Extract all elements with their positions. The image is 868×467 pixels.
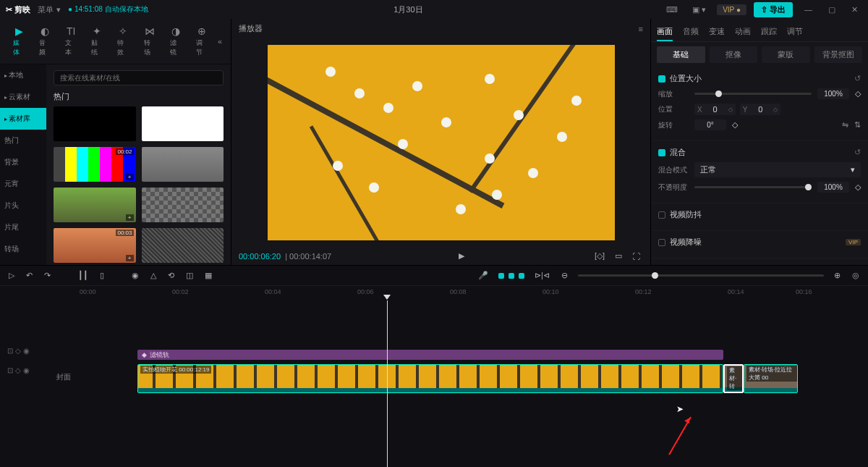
sidebar-item-hot[interactable]: 热门: [0, 130, 46, 151]
redo-icon[interactable]: ↷: [43, 269, 52, 282]
tab-transition[interactable]: ⋈转场: [137, 22, 163, 60]
resolution-icon[interactable]: ▭: [612, 251, 625, 261]
maximize-button[interactable]: ▢: [824, 5, 840, 14]
video-clip-main[interactable]: 实拍植物开花 00:00:12:19: [137, 364, 723, 393]
filter-track-head[interactable]: ⊡ ◇ ◉: [0, 347, 55, 355]
export-button[interactable]: ⇧ 导出: [754, 2, 793, 17]
filter-clip[interactable]: ◆ 滤镜轨: [137, 350, 723, 360]
play-button[interactable]: ▶: [456, 251, 467, 261]
media-thumb[interactable]: [142, 188, 224, 222]
undo-icon[interactable]: ↶: [25, 269, 34, 282]
video-track-head[interactable]: ⊡ ◇ ◉: [0, 366, 55, 374]
cover-label[interactable]: 封面: [56, 372, 71, 382]
zoom-out-icon[interactable]: ⊖: [560, 269, 569, 282]
sidebar-item-cloud[interactable]: 云素材: [0, 86, 46, 108]
tab-media[interactable]: ▶媒体: [6, 22, 32, 60]
delete-icon[interactable]: ▯: [98, 269, 106, 282]
layout-icon[interactable]: ▣ ▾: [689, 4, 710, 16]
blend-checkbox[interactable]: [658, 149, 665, 156]
crop-icon[interactable]: ◫: [184, 269, 195, 282]
opacity-slider[interactable]: [694, 186, 812, 188]
sidebar-item-outro[interactable]: 片尾: [0, 216, 46, 238]
blend-mode-select[interactable]: 正常▾: [694, 162, 861, 177]
speed-icon[interactable]: ◉: [130, 269, 140, 282]
menu-dropdown[interactable]: 菜单▾: [38, 4, 61, 15]
tab-filter[interactable]: ◑滤镜: [163, 22, 189, 60]
opacity-value[interactable]: 100%: [817, 182, 849, 193]
close-button[interactable]: ✕: [847, 5, 862, 14]
media-thumb[interactable]: [142, 147, 224, 182]
sidebar-item-trans[interactable]: 转场: [0, 238, 46, 260]
pos-y-input[interactable]: Y0◇: [740, 104, 781, 115]
sidebar-item-library[interactable]: 素材库: [0, 108, 46, 130]
scale-value[interactable]: 100%: [817, 88, 849, 99]
stepper-icon[interactable]: ◇: [855, 182, 861, 192]
toggle-3[interactable]: [519, 273, 524, 279]
sidebar-item-lantern[interactable]: 元宵: [0, 173, 46, 195]
collapse-icon[interactable]: «: [215, 34, 225, 49]
denoise-checkbox[interactable]: [658, 239, 665, 246]
pos-x-input[interactable]: X0◇: [694, 104, 736, 115]
subtab-basic[interactable]: 基础: [657, 46, 705, 63]
select-tool-icon[interactable]: ▷: [7, 269, 16, 282]
tab-effect[interactable]: ✧特效: [110, 22, 136, 60]
fit-icon[interactable]: ◎: [851, 269, 861, 282]
sidebar-item-local[interactable]: 本地: [0, 64, 46, 86]
split-icon[interactable]: ┃┃: [77, 269, 90, 282]
preview-menu-icon[interactable]: ≡: [639, 25, 643, 33]
insp-tab-speed[interactable]: 变速: [709, 23, 725, 41]
media-thumb[interactable]: +: [54, 188, 136, 222]
media-thumb[interactable]: [142, 228, 224, 263]
reset-icon[interactable]: ↺: [854, 148, 861, 157]
zoom-slider[interactable]: [578, 274, 824, 277]
rotate-icon[interactable]: ⟲: [166, 269, 176, 282]
shortcut-icon[interactable]: ⌨: [663, 4, 681, 16]
freeze-icon[interactable]: ▦: [203, 269, 213, 282]
tab-sticker[interactable]: ✦贴纸: [84, 22, 110, 60]
pos-size-checkbox[interactable]: [658, 75, 665, 83]
scale-slider[interactable]: [694, 93, 812, 95]
toggle-1[interactable]: [498, 273, 504, 279]
media-thumb[interactable]: [54, 106, 136, 141]
project-title[interactable]: 1月30日: [154, 4, 663, 15]
toggle-2[interactable]: [509, 273, 514, 279]
minimize-button[interactable]: —: [800, 5, 817, 14]
mask-icon[interactable]: △: [149, 269, 158, 282]
zoom-in-icon[interactable]: ⊕: [833, 269, 842, 282]
insp-tab-audio[interactable]: 音频: [683, 23, 699, 41]
timeline-ruler[interactable]: 00:00 00:02 00:04 00:06 00:08 00:10 00:1…: [0, 286, 868, 300]
tab-text[interactable]: TI文本: [58, 22, 84, 60]
fullscreen-icon[interactable]: ⛶: [629, 252, 643, 261]
mic-icon[interactable]: 🎤: [477, 269, 490, 282]
search-input[interactable]: [54, 70, 224, 85]
tab-audio[interactable]: ◐音频: [32, 22, 58, 60]
magnet-icon[interactable]: ⊳|⊲: [533, 269, 551, 282]
reset-icon[interactable]: ↺: [854, 74, 861, 83]
playhead[interactable]: [387, 300, 388, 467]
sidebar-item-intro[interactable]: 片头: [0, 195, 46, 216]
ratio-icon[interactable]: [◇]: [592, 251, 608, 261]
stepper-icon[interactable]: ◇: [732, 120, 738, 130]
video-clip-3[interactable]: 素材·转场·拉近拉大简 00: [744, 364, 798, 393]
rotation-value[interactable]: 0°: [694, 119, 726, 130]
flip-v-icon[interactable]: ⇅: [854, 120, 861, 130]
media-thumb[interactable]: 00:02+: [54, 147, 136, 182]
insp-tab-adjust[interactable]: 调节: [787, 23, 803, 41]
media-thumb[interactable]: [142, 106, 224, 141]
preview-viewport[interactable]: [268, 45, 615, 240]
sidebar-item-bg[interactable]: 背景: [0, 151, 46, 173]
insp-tab-anim[interactable]: 动画: [735, 23, 751, 41]
sidebar-item-glitch[interactable]: 故障动画: [0, 260, 46, 265]
video-clip-selected[interactable]: 素材·转: [723, 364, 744, 393]
media-thumb[interactable]: 00:03+: [54, 228, 136, 263]
stabilize-checkbox[interactable]: [658, 211, 665, 219]
timeline-tracks[interactable]: ⊡ ◇ ◉ ◆ 滤镜轨 ⊡ ◇ ◉ 封面 实拍植物开花 00:00:12:19 …: [0, 300, 868, 467]
subtab-mask[interactable]: 蒙版: [762, 46, 810, 63]
tab-adjust[interactable]: ⊕调节: [189, 22, 215, 60]
insp-tab-track[interactable]: 跟踪: [761, 23, 777, 41]
subtab-cutout[interactable]: 抠像: [710, 46, 758, 63]
flip-h-icon[interactable]: ⇋: [842, 120, 848, 130]
stepper-icon[interactable]: ◇: [855, 89, 861, 98]
insp-tab-picture[interactable]: 画面: [657, 23, 673, 41]
vip-badge[interactable]: VIP ●: [717, 4, 746, 15]
